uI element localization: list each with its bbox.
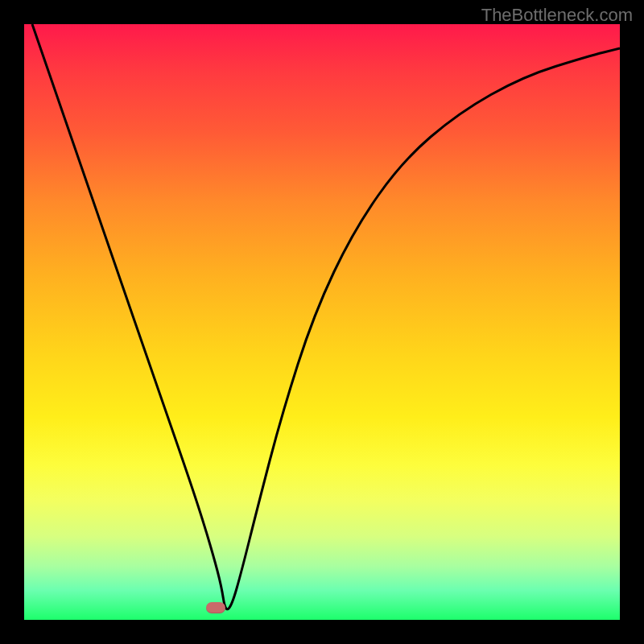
watermark-text: TheBottleneck.com xyxy=(481,5,633,26)
bottleneck-curve xyxy=(24,24,620,620)
chart-frame: TheBottleneck.com xyxy=(0,0,644,644)
minimum-marker xyxy=(206,602,225,613)
plot-area xyxy=(24,24,620,620)
curve-path xyxy=(32,24,620,609)
